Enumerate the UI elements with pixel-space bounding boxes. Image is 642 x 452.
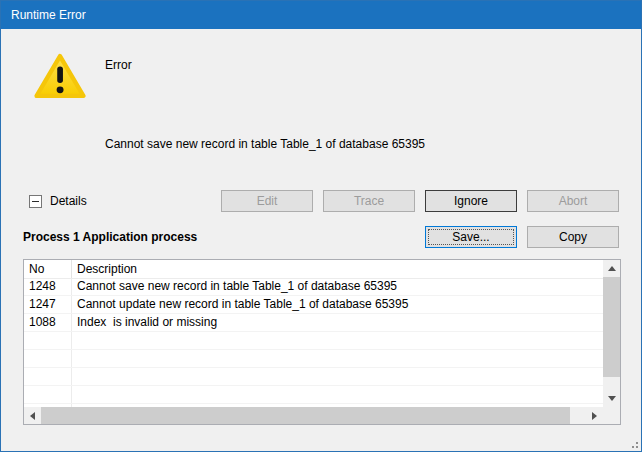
scroll-down-icon[interactable] [603, 390, 620, 407]
scroll-left-icon[interactable] [24, 407, 41, 424]
trace-button[interactable]: Trace [323, 190, 415, 212]
save-button[interactable]: Save... [425, 226, 517, 248]
scrollbar-corner [603, 407, 620, 424]
window-title: Runtime Error [11, 8, 86, 22]
ignore-button[interactable]: Ignore [425, 190, 517, 212]
cell-no [24, 368, 72, 385]
warning-icon [34, 52, 86, 100]
titlebar[interactable]: Runtime Error [1, 1, 641, 29]
details-label: Details [50, 194, 87, 208]
vertical-scrollbar-thumb[interactable] [603, 277, 620, 377]
column-header-no[interactable]: No [24, 260, 72, 278]
table-row[interactable] [24, 332, 603, 350]
edit-button[interactable]: Edit [221, 190, 313, 212]
cell-description: Index is invalid or missing [72, 314, 603, 331]
cell-description [72, 368, 603, 385]
cell-description [72, 350, 603, 367]
cell-description: Cannot save new record in table Table_1 … [72, 278, 603, 295]
process-title: Process 1 Application process [23, 230, 197, 244]
cell-no [24, 332, 72, 349]
error-message: Cannot save new record in table Table_1 … [105, 137, 425, 151]
column-header-description[interactable]: Description [72, 260, 603, 278]
error-label: Error [105, 58, 132, 72]
cell-description [72, 332, 603, 349]
resize-grip[interactable] [628, 438, 638, 448]
table-row[interactable] [24, 386, 603, 404]
abort-button[interactable]: Abort [527, 190, 619, 212]
table-row[interactable]: 1248Cannot save new record in table Tabl… [24, 278, 603, 296]
table-row[interactable] [24, 350, 603, 368]
table-row[interactable] [24, 368, 603, 386]
cell-no: 1088 [24, 314, 72, 331]
scroll-right-icon[interactable] [586, 407, 603, 424]
copy-button[interactable]: Copy [527, 226, 619, 248]
vertical-scrollbar[interactable] [603, 260, 620, 407]
cell-description: Cannot update new record in table Table_… [72, 296, 603, 313]
scroll-up-icon[interactable] [603, 260, 620, 277]
cell-description [72, 386, 603, 403]
table-row[interactable]: 1247Cannot update new record in table Ta… [24, 296, 603, 314]
dialog-body: Error Cannot save new record in table Ta… [1, 29, 641, 451]
horizontal-scrollbar[interactable] [24, 407, 603, 424]
collapse-icon[interactable] [29, 195, 42, 208]
cell-no [24, 350, 72, 367]
cell-no: 1247 [24, 296, 72, 313]
cell-no: 1248 [24, 278, 72, 295]
cell-no [24, 386, 72, 403]
table-body: 1248Cannot save new record in table Tabl… [24, 278, 603, 407]
table-header: No Description [24, 260, 603, 279]
runtime-error-dialog: Runtime Error Error Cannot save new reco… [0, 0, 642, 452]
details-toggle[interactable]: Details [29, 194, 87, 208]
horizontal-scrollbar-thumb[interactable] [41, 407, 570, 424]
error-table: No Description 1248Cannot save new recor… [23, 259, 621, 425]
table-row[interactable]: 1088Index is invalid or missing [24, 314, 603, 332]
